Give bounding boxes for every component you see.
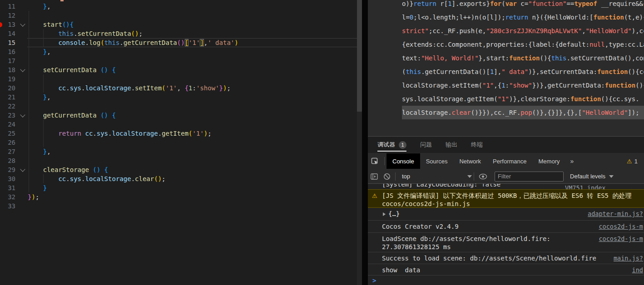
editor-code-line[interactable]: 24: [0, 120, 357, 129]
source-line[interactable]: text:"Hello, World!"},start:function(){t…: [402, 51, 644, 65]
warning-counter[interactable]: ⚠ 1: [627, 158, 638, 165]
panel-tab-active[interactable]: 调试器1: [377, 137, 406, 153]
editor-code-line[interactable]: 15 console.log(this.getCurrentData()['1'…: [0, 38, 357, 47]
editor-code-line[interactable]: 29 clearStorage () {: [0, 165, 357, 174]
editor-gutter[interactable]: 12: [0, 11, 27, 20]
code-text[interactable]: [27, 56, 357, 65]
code-text[interactable]: return cc.sys.localStorage.getItem('1');: [27, 129, 357, 138]
editor-gutter[interactable]: 28: [0, 156, 27, 165]
editor-gutter[interactable]: 18: [0, 65, 27, 74]
editor-gutter[interactable]: 29: [0, 165, 27, 174]
source-line[interactable]: (this.getCurrentData()[1]," data")},setC…: [402, 65, 644, 79]
chevron-down-icon[interactable]: [467, 175, 472, 178]
filter-input[interactable]: [495, 172, 564, 182]
line-number[interactable]: 16: [0, 47, 15, 56]
editor-code-line[interactable]: 25 return cc.sys.localStorage.getItem('1…: [0, 129, 357, 138]
editor-gutter[interactable]: 19: [0, 74, 27, 84]
devtools-tab-console[interactable]: Console: [386, 153, 420, 169]
editor-gutter[interactable]: 16: [0, 47, 27, 56]
code-text[interactable]: cc.sys.localStorage.setItem('1', {1:'sho…: [27, 84, 357, 93]
code-text[interactable]: setCurrentData () {: [27, 65, 357, 74]
code-text[interactable]: cc.sys.localStorage.clear();: [27, 174, 357, 183]
code-text[interactable]: [27, 11, 357, 20]
console-message-list[interactable]: [System] LazyCodeLoading: falseVM751 ind…: [368, 184, 644, 285]
editor-gutter[interactable]: 21: [0, 93, 27, 102]
editor-code-line[interactable]: 18 setCurrentData () {: [0, 65, 357, 74]
line-number[interactable]: 30: [0, 174, 15, 183]
code-text[interactable]: });: [27, 192, 357, 201]
log-levels-dropdown[interactable]: Default levels: [570, 173, 614, 180]
panel-tab-item[interactable]: 问题: [420, 137, 432, 153]
editor-code-line[interactable]: 20 cc.sys.localStorage.setItem('1', {1:'…: [0, 84, 357, 93]
code-text[interactable]: console.log(this.getCurrentData()['1'],'…: [27, 38, 357, 47]
editor-code-line[interactable]: 14 this.setCurrentData();: [0, 29, 357, 38]
code-text[interactable]: },: [27, 47, 357, 56]
fold-chevron-icon[interactable]: [20, 67, 25, 72]
code-text[interactable]: [27, 74, 357, 84]
eye-icon[interactable]: [479, 173, 487, 180]
editor-gutter[interactable]: 30: [0, 174, 27, 183]
devtools-tab-performance[interactable]: Performance: [487, 153, 532, 169]
line-number[interactable]: 24: [0, 120, 15, 129]
code-text[interactable]: getCurrentData () {: [27, 111, 357, 120]
editor-gutter[interactable]: 23: [0, 111, 27, 120]
editor-gutter[interactable]: 24: [0, 120, 27, 129]
source-line[interactable]: localStorage.clear()}}),cc._RF.pop()},{}…: [402, 106, 644, 119]
code-editor[interactable]: 11 },1213 start(){14 this.setCurrentData…: [0, 0, 357, 285]
editor-gutter[interactable]: 20: [0, 84, 27, 93]
line-number[interactable]: 29: [0, 165, 15, 174]
panel-tab-item[interactable]: 终端: [471, 137, 483, 153]
clear-console-icon[interactable]: [383, 173, 391, 180]
console-source-link[interactable]: cocos2d-js-m: [599, 222, 643, 231]
line-number[interactable]: 28: [0, 156, 15, 165]
line-number[interactable]: 15: [0, 38, 15, 47]
editor-gutter[interactable]: 25: [0, 129, 27, 138]
code-text[interactable]: },: [27, 147, 357, 156]
more-tabs-icon[interactable]: »: [570, 157, 574, 165]
console-source-link[interactable]: VM751 index: [565, 184, 605, 189]
code-text[interactable]: start(){: [27, 20, 357, 29]
editor-gutter[interactable]: 33: [0, 201, 27, 211]
console-message-row[interactable]: ⚠[JS 文件编译错误] 以下文件体积超过 500KB，已跳过压缩以及 ES6 …: [368, 189, 644, 208]
line-number[interactable]: 25: [0, 129, 15, 138]
console-message-row[interactable]: Cocos Creator v2.4.9cocos2d-js-m: [368, 221, 644, 233]
editor-gutter[interactable]: 15: [0, 38, 27, 47]
line-number[interactable]: 26: [0, 138, 15, 147]
console-sidebar-toggle-icon[interactable]: [371, 173, 378, 180]
line-number[interactable]: 18: [0, 65, 15, 74]
console-source-link[interactable]: ind: [632, 266, 643, 274]
inspect-element-icon[interactable]: [371, 157, 379, 165]
line-number[interactable]: 27: [0, 147, 15, 156]
line-number[interactable]: 12: [0, 11, 15, 20]
line-number[interactable]: 20: [0, 84, 15, 93]
line-number[interactable]: 21: [0, 93, 15, 102]
line-number[interactable]: 23: [0, 111, 15, 120]
expand-arrow-icon[interactable]: [383, 212, 386, 216]
editor-code-line[interactable]: 21 },: [0, 93, 357, 102]
line-number[interactable]: 14: [0, 29, 15, 38]
console-source-link[interactable]: main.js?: [614, 254, 643, 262]
fold-chevron-icon[interactable]: [20, 21, 25, 26]
editor-code-line[interactable]: 11 },: [0, 2, 357, 11]
console-message-row[interactable]: LoadScene db://assets/Scene/helloworld.f…: [368, 233, 644, 252]
source-line[interactable]: strict";cc._RF.push(e,"280c3rsZJJKnZ9Rqb…: [402, 24, 644, 38]
minified-source-view[interactable]: o)}return r[1].exports}for(var c="functi…: [368, 0, 644, 137]
line-number[interactable]: 11: [0, 2, 15, 11]
editor-code-line[interactable]: 23 getCurrentData () {: [0, 111, 357, 120]
fold-chevron-icon[interactable]: [20, 112, 25, 117]
editor-code-line[interactable]: 30 cc.sys.localStorage.clear();: [0, 174, 357, 183]
code-text[interactable]: [27, 156, 357, 165]
console-row-clipped[interactable]: [System] LazyCodeLoading: falseVM751 ind…: [368, 184, 644, 189]
source-line[interactable]: l=0;l<o.length;l++)n(o[l]);return n}({He…: [402, 10, 644, 24]
editor-code-line[interactable]: 22: [0, 102, 357, 111]
editor-gutter[interactable]: 17: [0, 56, 27, 65]
source-line[interactable]: localStorage.setItem("1",{1:"show"})},ge…: [402, 79, 644, 92]
editor-code-line[interactable]: 31 }: [0, 183, 357, 192]
editor-gutter[interactable]: 26: [0, 138, 27, 147]
editor-gutter[interactable]: 11: [0, 2, 27, 11]
code-text[interactable]: clearStorage () {: [27, 165, 357, 174]
line-number[interactable]: 19: [0, 74, 15, 84]
editor-gutter[interactable]: 32: [0, 192, 27, 201]
editor-code-line[interactable]: 32});: [0, 192, 357, 201]
editor-code-line[interactable]: 16 },: [0, 47, 357, 56]
